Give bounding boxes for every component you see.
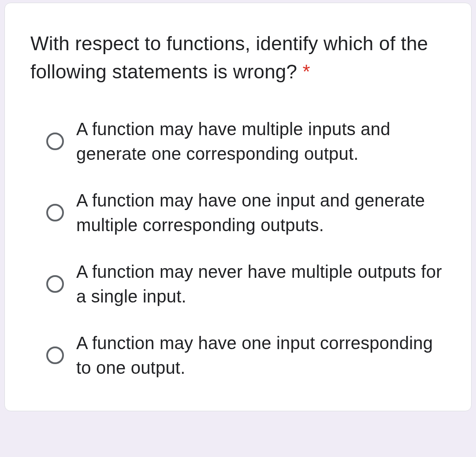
option-label: A function may have one input and genera… <box>76 188 446 237</box>
required-asterisk: * <box>297 61 310 82</box>
radio-icon <box>46 346 64 364</box>
radio-icon <box>46 275 64 293</box>
question-card: With respect to functions, identify whic… <box>4 3 472 411</box>
option-label: A function may have one input correspond… <box>76 331 446 380</box>
options-group: A function may have multiple inputs and … <box>30 117 446 380</box>
option-label: A function may never have multiple outpu… <box>76 259 446 309</box>
option-1[interactable]: A function may have multiple inputs and … <box>46 117 446 166</box>
radio-icon <box>46 133 64 150</box>
question-title: With respect to functions, identify whic… <box>30 29 446 86</box>
option-label: A function may have multiple inputs and … <box>76 117 446 166</box>
radio-icon <box>46 204 64 221</box>
option-2[interactable]: A function may have one input and genera… <box>46 188 446 237</box>
option-4[interactable]: A function may have one input correspond… <box>46 331 446 380</box>
question-text: With respect to functions, identify whic… <box>30 33 428 82</box>
option-3[interactable]: A function may never have multiple outpu… <box>46 259 446 309</box>
